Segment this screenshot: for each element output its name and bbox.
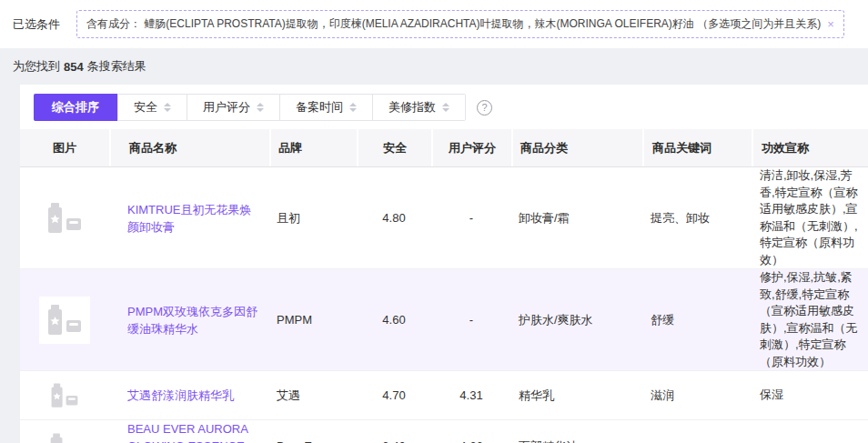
- product-placeholder-icon: [39, 297, 90, 344]
- tab-user-score-sort-label: 用户评分: [203, 99, 250, 116]
- product-brand: 艾遇: [269, 388, 357, 404]
- product-safety-score: 4.80: [357, 211, 431, 225]
- products-table: 图片 商品名称 品牌 安全 用户评分 商品分类 商品关键词 功效宣称 KIMTR…: [20, 129, 868, 443]
- product-category: 护肤水/爽肤水: [511, 312, 642, 328]
- tab-meixiu-index-sort-label: 美修指数: [389, 99, 436, 116]
- ingredient-filter-text: 含有成分： 鳢肠(ECLIPTA PROSTRATA)提取物，印度楝(MELIA…: [86, 16, 821, 32]
- results-suffix: 条搜索结果: [87, 58, 146, 75]
- header-user-score: 用户评分: [431, 129, 511, 166]
- header-name: 商品名称: [109, 129, 269, 166]
- table-row: KIMTRUE且初无花果焕颜卸妆膏 且初 4.80 - 卸妆膏/霜 提亮、卸妆 …: [20, 167, 868, 269]
- results-summary-bar: 为您找到 854 条搜索结果: [0, 48, 868, 85]
- results-count: 854: [64, 60, 84, 74]
- product-name-link[interactable]: KIMTRUE且初无花果焕颜卸妆膏: [127, 203, 252, 234]
- product-category: 精华乳: [511, 388, 642, 404]
- product-placeholder-icon: [39, 195, 90, 242]
- sort-carets-icon: [442, 103, 449, 112]
- product-brand: 且初: [269, 210, 357, 227]
- header-brand: 品牌: [269, 129, 357, 166]
- sort-carets-icon: [164, 103, 171, 112]
- product-name-link[interactable]: BEAU EVER AURORA GLOWING ESSENCE OIL: [127, 422, 247, 443]
- table-header-row: 图片 商品名称 品牌 安全 用户评分 商品分类 商品关键词 功效宣称: [20, 129, 868, 167]
- product-brand: BeauEver: [269, 439, 357, 443]
- tab-composite-sort-label: 综合排序: [52, 99, 99, 116]
- product-safety-score: 3.40: [357, 439, 431, 443]
- ingredient-filter-tag[interactable]: 含有成分： 鳢肠(ECLIPTA PROSTRATA)提取物，印度楝(MELIA…: [76, 10, 844, 38]
- product-user-score: -: [431, 211, 511, 225]
- product-safety-score: 4.60: [357, 313, 431, 327]
- product-placeholder-icon: [39, 427, 90, 443]
- product-keywords: 提亮、卸妆: [642, 210, 752, 227]
- product-name-link[interactable]: 艾遇舒漾润肤精华乳: [127, 388, 234, 402]
- product-thumbnail[interactable]: [20, 378, 109, 414]
- product-brand: PMPM: [269, 313, 357, 327]
- table-row: BEAU EVER AURORA GLOWING ESSENCE OIL Bea…: [20, 420, 868, 443]
- product-placeholder-icon: [39, 378, 90, 414]
- header-efficacy: 功效宣称: [752, 129, 868, 166]
- product-efficacy: 修护,保湿,抗皱,紧致,舒缓,特定宣称（宣称适用敏感皮肤）,宣称温和（无刺激）,…: [752, 269, 868, 370]
- selected-filters-bar: 已选条件 含有成分： 鳢肠(ECLIPTA PROSTRATA)提取物，印度楝(…: [0, 0, 868, 48]
- product-thumbnail[interactable]: [20, 427, 109, 443]
- header-safety: 安全: [357, 129, 431, 166]
- product-keywords: 滋润: [642, 388, 752, 404]
- results-card: 综合排序 安全 用户评分 备案时间 美修指数 ? 图片 商品名称: [20, 85, 868, 443]
- tab-user-score-sort[interactable]: 用户评分: [187, 95, 279, 120]
- selected-filters-label: 已选条件: [13, 16, 60, 33]
- product-user-score: 4.31: [431, 388, 511, 402]
- table-row: PMPM双玫瑰依克多因舒缓油珠精华水 PMPM 4.60 - 护肤水/爽肤水 舒…: [20, 269, 868, 371]
- sort-carets-icon: [257, 103, 264, 112]
- product-user-score: -: [431, 313, 511, 327]
- tab-safety-sort[interactable]: 安全: [117, 95, 187, 120]
- product-keywords: 舒缓: [642, 312, 752, 328]
- product-name-link[interactable]: PMPM双玫瑰依克多因舒缓油珠精华水: [127, 305, 257, 336]
- tab-filing-date-sort-label: 备案时间: [296, 99, 343, 116]
- header-keywords: 商品关键词: [642, 129, 752, 166]
- help-icon[interactable]: ?: [477, 100, 492, 116]
- table-row: 艾遇舒漾润肤精华乳 艾遇 4.70 4.31 精华乳 滋润 保湿: [20, 371, 868, 420]
- product-efficacy: 清洁,卸妆,保湿,芳香,特定宣称（宣称适用敏感皮肤）,宣称温和（无刺激）,特定宣…: [752, 167, 868, 268]
- product-category: 卸妆膏/霜: [511, 210, 642, 227]
- product-thumbnail[interactable]: [20, 195, 109, 242]
- tab-filing-date-sort[interactable]: 备案时间: [279, 95, 372, 120]
- product-efficacy: -: [752, 438, 868, 443]
- tab-safety-sort-label: 安全: [134, 99, 157, 116]
- product-category: 面部精华油: [511, 438, 642, 443]
- tab-meixiu-index-sort[interactable]: 美修指数: [372, 95, 465, 120]
- product-efficacy: 保湿: [752, 387, 868, 404]
- header-image: 图片: [20, 129, 109, 166]
- product-keywords: -: [642, 439, 752, 443]
- product-safety-score: 4.70: [357, 388, 431, 402]
- product-user-score: 4.66: [431, 439, 511, 443]
- sort-tab-group: 综合排序 安全 用户评分 备案时间 美修指数: [34, 94, 466, 121]
- results-prefix: 为您找到: [13, 58, 60, 75]
- close-icon[interactable]: ×: [827, 18, 834, 30]
- sort-bar: 综合排序 安全 用户评分 备案时间 美修指数 ?: [34, 94, 868, 121]
- tab-composite-sort[interactable]: 综合排序: [34, 94, 117, 121]
- header-category: 商品分类: [511, 129, 642, 166]
- product-thumbnail[interactable]: [20, 297, 109, 344]
- sort-carets-icon: [349, 103, 357, 112]
